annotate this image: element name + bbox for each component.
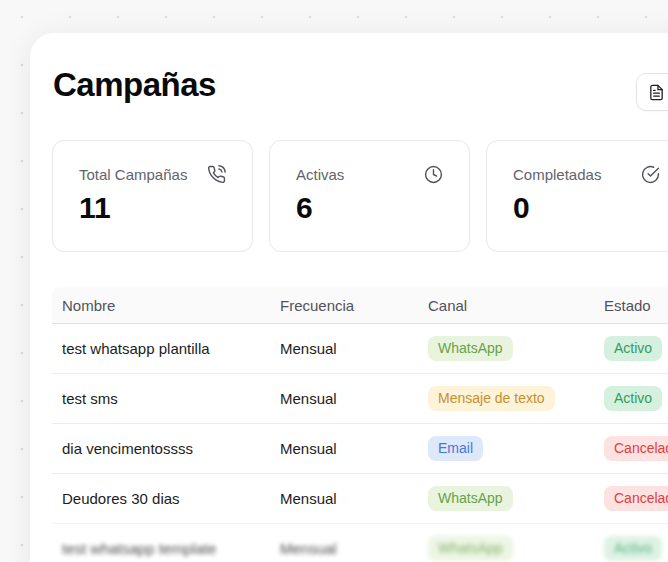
cell-nombre: dia vencimentossss bbox=[52, 440, 270, 457]
column-header-frecuencia: Frecuencia bbox=[270, 297, 418, 314]
stat-value: 11 bbox=[79, 191, 226, 225]
table-row[interactable]: test whatsapp plantilla Mensual WhatsApp… bbox=[52, 324, 668, 374]
stats-row: Total Campañas 11 Activas 6 bbox=[52, 140, 668, 252]
estado-badge: Cancelada bbox=[604, 436, 668, 461]
campaigns-table: Nombre Frecuencia Canal Estado test what… bbox=[52, 287, 668, 562]
cell-nombre: test whatsapp plantilla bbox=[52, 340, 270, 357]
table-header: Nombre Frecuencia Canal Estado bbox=[52, 287, 668, 324]
table-body: test whatsapp plantilla Mensual WhatsApp… bbox=[52, 324, 668, 562]
stat-card-activas: Activas 6 bbox=[269, 140, 470, 252]
cell-canal: WhatsApp bbox=[418, 536, 594, 561]
cell-estado: Cancelada bbox=[594, 436, 668, 461]
canal-badge: Email bbox=[428, 436, 483, 461]
stat-card-completadas: Completadas 0 bbox=[486, 140, 668, 252]
page-title: Campañas bbox=[53, 66, 216, 104]
cell-estado: Activo bbox=[594, 336, 668, 361]
cell-canal: Mensaje de texto bbox=[418, 386, 594, 411]
canal-badge: WhatsApp bbox=[428, 486, 513, 511]
cell-frecuencia: Mensual bbox=[270, 440, 418, 457]
estado-badge: Activo bbox=[604, 336, 662, 361]
cell-nombre: test whatsapp template bbox=[52, 540, 270, 557]
cell-nombre: test sms bbox=[52, 390, 270, 407]
cell-canal: Email bbox=[418, 436, 594, 461]
canal-badge: Mensaje de texto bbox=[428, 386, 555, 411]
export-button[interactable] bbox=[636, 73, 668, 111]
table-row[interactable]: test sms Mensual Mensaje de texto Activo bbox=[52, 374, 668, 424]
estado-badge: Activo bbox=[604, 536, 662, 561]
table-row[interactable]: Deudores 30 dias Mensual WhatsApp Cancel… bbox=[52, 474, 668, 524]
column-header-estado: Estado bbox=[594, 297, 668, 314]
cell-frecuencia: Mensual bbox=[270, 540, 418, 557]
column-header-nombre: Nombre bbox=[52, 297, 270, 314]
cell-canal: WhatsApp bbox=[418, 336, 594, 361]
estado-badge: Cancelada bbox=[604, 486, 668, 511]
stat-card-total-campanas: Total Campañas 11 bbox=[52, 140, 253, 252]
column-header-canal: Canal bbox=[418, 297, 594, 314]
cell-estado: Activo bbox=[594, 386, 668, 411]
stat-label: Total Campañas bbox=[79, 166, 187, 183]
table-row[interactable]: dia vencimentossss Mensual Email Cancela… bbox=[52, 424, 668, 474]
clock-icon bbox=[424, 165, 443, 184]
cell-estado: Activo bbox=[594, 536, 668, 561]
file-text-icon bbox=[648, 84, 665, 101]
stat-value: 0 bbox=[513, 191, 660, 225]
stat-value: 6 bbox=[296, 191, 443, 225]
cell-nombre: Deudores 30 dias bbox=[52, 490, 270, 507]
app-canvas: Campañas Total Campañas bbox=[0, 0, 668, 562]
phone-call-icon bbox=[207, 165, 226, 184]
cell-canal: WhatsApp bbox=[418, 486, 594, 511]
stat-label: Completadas bbox=[513, 166, 601, 183]
cell-frecuencia: Mensual bbox=[270, 340, 418, 357]
cell-frecuencia: Mensual bbox=[270, 490, 418, 507]
cell-estado: Cancelada bbox=[594, 486, 668, 511]
canal-badge: WhatsApp bbox=[428, 536, 513, 561]
canal-badge: WhatsApp bbox=[428, 336, 513, 361]
check-circle-icon bbox=[641, 165, 660, 184]
cell-frecuencia: Mensual bbox=[270, 390, 418, 407]
stat-label: Activas bbox=[296, 166, 344, 183]
table-row[interactable]: test whatsapp template Mensual WhatsApp … bbox=[52, 524, 668, 562]
estado-badge: Activo bbox=[604, 386, 662, 411]
